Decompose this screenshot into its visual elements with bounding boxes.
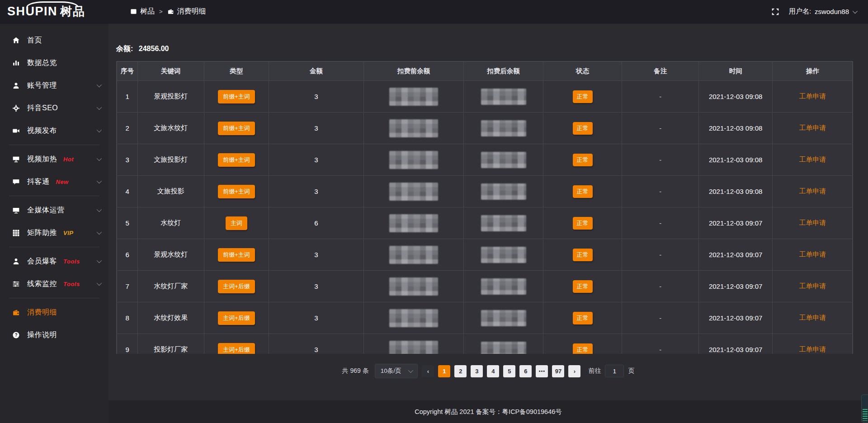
table-row: 9 投影灯厂家 主词+后缀 3 正常 - 2021-12-03 09:07 工单…: [117, 334, 853, 354]
next-page-button[interactable]: ›: [568, 365, 580, 377]
page-button-3[interactable]: 3: [471, 365, 483, 377]
row-index: 8: [125, 314, 129, 322]
hot-tag: Hot: [63, 156, 74, 163]
question-icon: ?: [12, 331, 20, 339]
page-button-6[interactable]: 6: [519, 365, 532, 377]
sidebar-divider: [9, 145, 99, 145]
status-badge: 正常: [573, 249, 593, 261]
page-button-5[interactable]: 5: [503, 365, 515, 377]
amount-cell: 3: [314, 314, 318, 322]
work-order-link[interactable]: 工单申请: [799, 282, 826, 290]
goto-page-input[interactable]: [605, 365, 624, 377]
screen-icon: [12, 206, 20, 214]
more-pages-button[interactable]: •••: [536, 365, 548, 377]
sidebar-item-member-burst[interactable]: 会员爆客 Tools: [0, 250, 108, 273]
work-order-link[interactable]: 工单申请: [799, 155, 826, 163]
chat-bubble-icon: [12, 178, 20, 186]
sidebar-item-data-overview[interactable]: 数据总览: [0, 52, 108, 74]
breadcrumb-current[interactable]: 消费明细: [167, 7, 206, 16]
column-header: 操作: [773, 62, 853, 81]
keyword-cell: 文旅投影灯: [154, 155, 188, 163]
column-header: 关键词: [138, 62, 204, 81]
work-order-link[interactable]: 工单申请: [799, 124, 826, 132]
chevron-down-icon: [97, 105, 102, 110]
redacted-balance-before: [389, 88, 438, 106]
sidebar-item-instructions[interactable]: ? 操作说明: [0, 324, 108, 346]
consumption-table: 序号 关键词 类型 金额 扣费前余额 扣费后余额 状态 备注 时间 操作 1 景…: [116, 61, 853, 354]
table-row: 1 景观投影灯 前缀+主词 3 正常 - 2021-12-03 09:08 工单…: [117, 81, 853, 113]
row-index: 7: [125, 282, 129, 290]
customer-service-widget[interactable]: [861, 395, 868, 423]
sidebar-item-video-publish[interactable]: 视频发布: [0, 119, 108, 142]
page-button-97[interactable]: 97: [552, 365, 564, 377]
table-row: 3 文旅投影灯 前缀+主词 3 正常 - 2021-12-03 09:08 工单…: [117, 144, 853, 176]
sidebar-item-video-heat[interactable]: 视频加热 Hot: [0, 148, 108, 170]
row-index: 9: [125, 346, 129, 353]
sidebar-item-media-operation[interactable]: 全媒体运营: [0, 199, 108, 221]
sidebar-divider: [9, 196, 99, 196]
copyright-text: Copyright 树品 2021 备案号：粤ICP备09019646号: [415, 408, 562, 416]
topbar-right: 用户名: zswodun88: [772, 7, 868, 16]
work-order-link[interactable]: 工单申请: [799, 345, 826, 353]
type-badge: 主词: [226, 216, 247, 230]
sidebar-item-doukettong[interactable]: 抖客通 New: [0, 170, 108, 193]
fullscreen-icon[interactable]: [772, 8, 779, 15]
note-cell: -: [659, 251, 661, 258]
redacted-balance-after: [481, 278, 526, 295]
table-row: 8 水纹灯效果 主词+后缀 3 正常 - 2021-12-03 09:07 工单…: [117, 302, 853, 334]
member-icon: [12, 257, 20, 265]
keyword-cell: 投影灯厂家: [154, 345, 188, 353]
keyword-cell: 水纹灯效果: [154, 314, 188, 321]
redacted-balance-after: [481, 152, 526, 168]
sidebar-item-home[interactable]: 首页: [0, 29, 108, 52]
work-order-link[interactable]: 工单申请: [799, 314, 826, 321]
footer: Copyright 树品 2021 备案号：粤ICP备09019646号: [108, 400, 868, 423]
vip-tag: VIP: [63, 230, 73, 236]
work-order-link[interactable]: 工单申请: [799, 219, 826, 226]
amount-cell: 3: [314, 346, 318, 353]
user-menu[interactable]: 用户名: zswodun88: [789, 7, 856, 16]
sidebar-item-account-management[interactable]: 账号管理: [0, 74, 108, 97]
page-button-4[interactable]: 4: [487, 365, 499, 377]
type-badge: 主词+后缀: [218, 311, 255, 325]
row-index: 5: [125, 219, 129, 227]
type-badge: 前缀+主词: [218, 185, 255, 198]
redacted-balance-after: [481, 247, 526, 263]
work-order-link[interactable]: 工单申请: [799, 92, 826, 100]
chevron-down-icon: [408, 368, 413, 373]
page-button-2[interactable]: 2: [454, 365, 467, 377]
monitor-icon: [12, 155, 20, 163]
top-bar: SHUPIN 树品 树品 > 消费明细 用户名: zswodun88: [0, 0, 868, 24]
breadcrumb-separator: >: [159, 8, 163, 15]
sidebar: 首页 数据总览 账号管理 抖音SEO 视频发布 视频加热 Hot 抖客通 New…: [0, 24, 108, 423]
sidebar-item-matrix-boost[interactable]: 矩阵助推 VIP: [0, 221, 108, 244]
chevron-down-icon: [97, 179, 102, 183]
chevron-down-icon: [97, 207, 102, 212]
chevron-down-icon: [97, 258, 102, 263]
app-logo: SHUPIN 树品: [0, 0, 108, 24]
keyword-cell: 文旅投影: [157, 187, 184, 195]
work-order-link[interactable]: 工单申请: [799, 187, 826, 195]
column-header: 备注: [622, 62, 699, 81]
sidebar-item-douyin-seo[interactable]: 抖音SEO: [0, 97, 108, 119]
note-cell: -: [659, 219, 661, 227]
column-header: 扣费后余额: [464, 62, 543, 81]
keyword-cell: 景观投影灯: [154, 92, 188, 100]
breadcrumb-root[interactable]: 树品: [130, 7, 155, 16]
goto-unit: 页: [628, 367, 634, 375]
work-order-link[interactable]: 工单申请: [799, 250, 826, 258]
row-index: 2: [125, 124, 129, 132]
sidebar-item-consumption-detail[interactable]: 消费明细: [0, 301, 108, 324]
page-size-select[interactable]: 10条/页: [375, 364, 418, 378]
amount-cell: 3: [314, 251, 318, 258]
prev-page-button[interactable]: ‹: [422, 365, 434, 377]
sidebar-item-lead-monitor[interactable]: 线索监控 Tools: [0, 273, 108, 295]
tools-tag: Tools: [63, 281, 80, 287]
note-cell: -: [659, 314, 661, 322]
keyword-cell: 文旅水纹灯: [154, 124, 188, 132]
time-cell: 2021-12-03 09:07: [709, 282, 762, 290]
page-button-1[interactable]: 1: [438, 365, 450, 377]
grid-icon: [12, 229, 20, 237]
chevron-down-icon: [97, 127, 102, 132]
time-cell: 2021-12-03 09:08: [709, 156, 762, 164]
